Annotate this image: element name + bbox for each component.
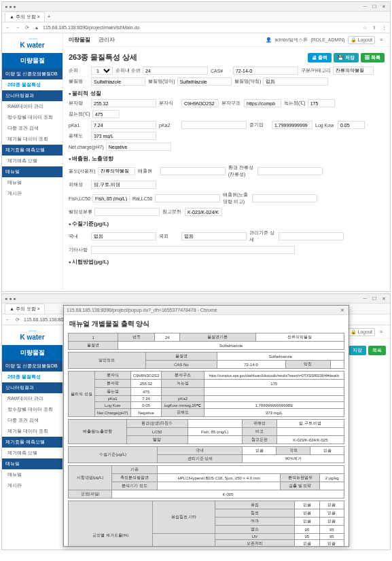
save-button-bg[interactable]: 저장 xyxy=(349,346,366,355)
sidebar-group[interactable]: 모니터링결과 xyxy=(2,382,63,393)
lbl: 분자량 xyxy=(69,100,89,107)
logout-button[interactable]: 🔒 Logout xyxy=(348,36,375,44)
reload-icon[interactable]: ⟳ xyxy=(14,316,21,323)
app-body: 〰〰 K water 미량물질 미량 및 신종오염물질DB 263종 물질특성 … xyxy=(2,33,390,291)
name-abbr-input[interactable] xyxy=(263,77,328,86)
lbl: Rat,LC50 xyxy=(132,196,153,201)
menu-icon[interactable]: ≡ xyxy=(378,37,385,43)
sidebar-group[interactable]: 미량 및 신종오염물질DB xyxy=(2,69,63,79)
maximize-icon[interactable]: ☐ xyxy=(371,3,378,10)
forward-icon[interactable]: → xyxy=(14,24,21,31)
sidebar-group[interactable]: 제거효율 예측모델 xyxy=(2,145,63,156)
back-icon[interactable]: ← xyxy=(5,316,12,323)
menu-icon[interactable]: ⋮ xyxy=(380,24,387,31)
mw-input[interactable] xyxy=(91,99,156,107)
struct-input[interactable] xyxy=(244,99,281,107)
sidebar-item[interactable]: 게시판 xyxy=(2,188,63,199)
logo: 〰〰 K water xyxy=(2,33,63,53)
cat-input[interactable] xyxy=(333,67,374,75)
mgmt-input[interactable] xyxy=(279,232,344,240)
mp-input[interactable] xyxy=(308,99,335,107)
list-button-bg[interactable]: 목록 xyxy=(368,346,386,355)
share-icon[interactable]: ⇪ xyxy=(371,24,378,31)
sidebar-item[interactable]: RAW데이터 관리 xyxy=(2,393,63,404)
sidebar-item[interactable]: 제거율 데이터 조회 xyxy=(2,134,63,145)
ref-input[interactable] xyxy=(185,208,222,216)
sidebar-group[interactable]: 모니터링결과 xyxy=(2,90,63,101)
pka2-input[interactable] xyxy=(181,121,247,129)
top-tab[interactable]: 미량물질 xyxy=(69,36,90,43)
rat-input[interactable] xyxy=(155,194,220,202)
carc-input[interactable] xyxy=(94,208,160,216)
sidebar-group[interactable]: 매뉴얼 xyxy=(2,166,63,177)
sidebar-item-263[interactable]: 263종 물질특성 xyxy=(2,79,63,90)
window-controls: ● ● ● xyxy=(5,296,16,301)
pka1-input[interactable] xyxy=(91,121,156,129)
sidebar-item[interactable]: 매뉴얼 xyxy=(2,469,63,480)
address-bar: ← → ⟳ ▲ 115.68.185.138:8090/project/main… xyxy=(2,22,390,33)
minimize-icon[interactable]: ─ xyxy=(361,3,368,10)
back-icon[interactable]: ← xyxy=(5,24,12,31)
name-input[interactable] xyxy=(91,77,145,86)
minimize-icon[interactable]: ─ xyxy=(361,295,368,302)
lbl: 녹는점(℃) xyxy=(284,100,306,107)
sidebar-item[interactable]: 제거예측 모델 xyxy=(2,448,63,458)
reload-icon[interactable]: ⟳ xyxy=(24,24,31,31)
close-icon[interactable]: ✕ xyxy=(339,307,346,314)
sidebar: 〰〰K water 미량물질 미량 및 신종오염물질DB 263종 물질특성 모… xyxy=(2,325,63,549)
lbl: Log Kow xyxy=(315,123,336,128)
sidebar-group[interactable]: 제거효율 예측모델 xyxy=(2,437,63,448)
sidebar-item[interactable]: 정수장별 데이터 조회 xyxy=(2,404,63,415)
cas-input[interactable] xyxy=(233,67,298,75)
sidebar-group[interactable]: 매뉴얼 xyxy=(2,458,63,469)
list-button[interactable]: ☰ 목록 xyxy=(361,53,385,62)
lbl: Net charge(pH7) xyxy=(69,145,104,149)
user-info: 👤 admin/알케스톤 (ROLE_ADMIN) 🔒 Logout ≡ xyxy=(265,36,385,44)
name-en-input[interactable] xyxy=(177,77,232,86)
intl-input[interactable] xyxy=(181,232,247,240)
lbl: 분자식 xyxy=(159,100,179,107)
envconc-input[interactable] xyxy=(257,167,323,175)
logkow-input[interactable] xyxy=(338,121,365,129)
bp-input[interactable] xyxy=(92,110,120,118)
menu-icon[interactable]: ≡ xyxy=(378,329,385,336)
etc-input[interactable] xyxy=(91,246,295,254)
print-button[interactable]: 🖨 출력 xyxy=(308,53,332,62)
close-icon[interactable]: ✕ xyxy=(380,3,387,10)
order-select[interactable]: 1 xyxy=(91,67,113,75)
logout-button[interactable]: 🔒 Logout xyxy=(348,328,375,336)
sidebar-group[interactable]: 미량 및 신종오염물질DB xyxy=(2,361,63,372)
srcref-input[interactable] xyxy=(252,194,317,202)
new-tab-button[interactable]: + xyxy=(48,14,50,19)
orderin-input[interactable] xyxy=(143,67,208,75)
mf-input[interactable] xyxy=(181,99,219,107)
browser-tab[interactable]: ▲ 주의 요함 × xyxy=(5,304,45,314)
maximize-icon[interactable]: ☐ xyxy=(371,295,378,302)
sidebar-item[interactable]: RAW데이터 관리 xyxy=(2,101,63,112)
dom-input[interactable] xyxy=(91,232,156,240)
save-button[interactable]: 💾 저장 xyxy=(334,53,359,62)
titlebar: ● ● ● ─ ☐ ✕ xyxy=(2,2,390,12)
sidebar-item[interactable]: 다중 조건 검색 xyxy=(2,123,63,134)
fish-input[interactable] xyxy=(92,194,130,202)
src-input[interactable] xyxy=(160,167,226,175)
popup-window: 115.68.185.138:8090/project/popup.do?_dh… xyxy=(63,305,349,547)
star-icon[interactable]: ☆ xyxy=(361,24,368,31)
sidebar-item[interactable]: 정수장별 데이터 조회 xyxy=(2,112,63,123)
sidebar-item[interactable]: 제거율 데이터 조회 xyxy=(2,426,63,437)
lbl: 환경 잔류성(잔류성) xyxy=(228,164,255,178)
close-icon[interactable]: ✕ xyxy=(380,295,387,302)
sidebar-item[interactable]: 다중 조건 검색 xyxy=(2,415,63,426)
sol-input[interactable] xyxy=(91,132,156,140)
sidebar-item[interactable]: 263종 물질특성 xyxy=(2,372,63,382)
browser-tab[interactable]: ▲ 주의 요함 × xyxy=(5,12,45,22)
use-input[interactable] xyxy=(98,167,135,175)
haz-input[interactable] xyxy=(91,181,156,189)
sidebar-item[interactable]: 제거예측 모델 xyxy=(2,156,63,166)
sidebar-item[interactable]: 매뉴얼 xyxy=(2,177,63,188)
top-tab[interactable]: 관리자 xyxy=(99,36,115,43)
sidebar-item[interactable]: 게시판 xyxy=(2,480,63,491)
vp-input[interactable] xyxy=(272,121,313,129)
netc-input[interactable] xyxy=(106,143,171,151)
url-field[interactable]: 115.68.185.138:8090/project/main/tshMain… xyxy=(43,25,359,30)
